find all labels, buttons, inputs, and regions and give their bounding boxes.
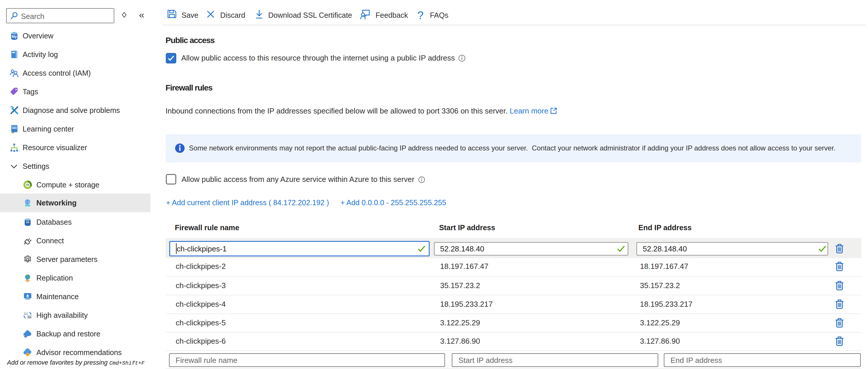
svg-text:101: 101 <box>12 127 17 129</box>
svg-text:DB: DB <box>26 221 30 224</box>
svg-text:$: $ <box>27 183 29 186</box>
svg-text:My: My <box>12 35 17 39</box>
